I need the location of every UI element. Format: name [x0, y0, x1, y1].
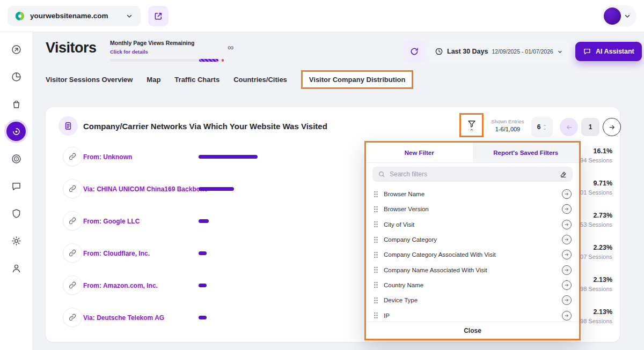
sidebar-item-competition[interactable]	[6, 149, 26, 168]
link-icon	[63, 308, 82, 327]
arrow-right-circle-icon[interactable]	[562, 220, 572, 229]
percent-value: 2.13%	[577, 276, 612, 284]
sidebar-item-ecommerce[interactable]	[6, 94, 26, 114]
filter-option-company-name-associated[interactable]: Company Name Associated With Visit	[366, 262, 579, 277]
filter-option-company-category[interactable]: Company Category	[366, 232, 579, 247]
arrow-right-circle-icon[interactable]	[562, 235, 572, 244]
date-preset-label: Last 30 Days	[447, 48, 488, 55]
app-window: yourwebsitename.com Visitors	[0, 0, 644, 350]
topbar: yourwebsitename.com	[0, 0, 644, 32]
arrow-right-circle-icon[interactable]	[562, 265, 572, 275]
date-range-picker[interactable]: Last 30 Days 12/09/2025 - 01/07/2026	[428, 41, 569, 62]
drag-handle-icon[interactable]	[374, 221, 378, 228]
arrow-right-circle-icon[interactable]	[562, 280, 572, 290]
sessions-value: 207 Sessions	[577, 254, 612, 260]
arrow-right-circle-icon[interactable]	[562, 250, 572, 259]
website-selector[interactable]: yourwebsitename.com	[8, 6, 141, 26]
quota-progress-fill	[199, 59, 218, 62]
filter-option-device-type[interactable]: Device Type	[366, 293, 579, 308]
row-stats: 2.73% 253 Sessions	[577, 212, 612, 228]
tab-saved-filters[interactable]: Report's Saved Filters	[473, 143, 580, 162]
sidebar-item-statistics[interactable]	[6, 67, 26, 86]
sessions-value: 198 Sessions	[577, 286, 612, 292]
refresh-button[interactable]	[404, 41, 425, 62]
arrow-right-circle-icon[interactable]	[562, 204, 572, 214]
link-icon	[63, 275, 82, 295]
arrow-right-circle-icon[interactable]	[562, 311, 572, 321]
tab-visitor-company-distribution[interactable]: Visitor Company Distribution	[301, 70, 414, 89]
sidebar-item-privacy[interactable]	[6, 204, 26, 223]
tab-new-filter[interactable]: New Filter	[366, 143, 473, 162]
network-label: Via: CHINA UNICOM China169 Backbone	[83, 185, 208, 193]
sidebar-item-communication[interactable]	[6, 176, 26, 196]
arrow-right-circle-icon[interactable]	[562, 189, 572, 199]
drag-handle-icon[interactable]	[374, 312, 378, 319]
infinity-symbol: ∞	[228, 43, 233, 53]
filter-option-country-name[interactable]: Country Name	[366, 278, 579, 293]
tab-countries-cities[interactable]: Countries/Cities	[233, 76, 287, 84]
clear-search-icon[interactable]	[559, 170, 567, 178]
sessions-bar	[199, 316, 207, 319]
sidebar-item-account[interactable]	[6, 258, 26, 278]
link-icon	[63, 211, 82, 230]
quota-details-link[interactable]: Click for details	[110, 49, 148, 55]
quota-label: Monthly Page Views Remaining	[110, 40, 224, 46]
sessions-value: 198 Sessions	[577, 318, 612, 324]
drag-handle-icon[interactable]	[374, 206, 378, 213]
percent-value: 9.71%	[577, 180, 612, 187]
drag-handle-icon[interactable]	[374, 251, 378, 258]
percent-value: 2.23%	[577, 244, 612, 251]
filter-option-label: Device Type	[384, 297, 557, 303]
person-icon	[11, 263, 22, 274]
filter-option-company-category-associated[interactable]: Company Category Associated With Visit	[366, 247, 579, 262]
network-label: From: Google LLC	[83, 218, 140, 225]
drag-handle-icon[interactable]	[374, 266, 378, 273]
filter-option-label: IP	[384, 312, 557, 319]
sessions-bar	[199, 251, 207, 255]
drag-handle-icon[interactable]	[374, 297, 378, 304]
clock-icon	[435, 47, 443, 56]
filter-button[interactable]	[467, 119, 477, 132]
link-icon	[63, 179, 82, 198]
sidebar-item-dashboard[interactable]	[6, 40, 26, 59]
filter-search-input[interactable]	[390, 170, 551, 178]
arrow-right-circle-icon[interactable]	[562, 295, 572, 305]
entries-per-page-selector[interactable]: 6	[531, 117, 553, 137]
report-tabs: Visitor Sessions Overview Map Traffic Ch…	[46, 70, 413, 88]
filter-option-label: Company Name Associated With Visit	[384, 267, 557, 273]
ai-assistant-button[interactable]: AI Assistant	[575, 42, 642, 61]
gear-icon	[11, 235, 22, 247]
drag-handle-icon[interactable]	[374, 281, 378, 288]
close-button[interactable]: Close	[366, 322, 579, 339]
chevron-down-icon	[126, 12, 133, 20]
current-page-indicator[interactable]: 1	[581, 118, 599, 136]
tab-map[interactable]: Map	[147, 76, 160, 84]
filter-option-ip[interactable]: IP	[366, 308, 579, 322]
ai-chat-icon	[583, 47, 591, 56]
drag-handle-icon[interactable]	[374, 236, 378, 243]
filter-option-browser-name[interactable]: Browser Name	[366, 187, 579, 202]
tab-visitor-sessions-overview[interactable]: Visitor Sessions Overview	[46, 76, 133, 84]
tab-traffic-charts[interactable]: Traffic Charts	[174, 76, 219, 84]
drag-handle-icon[interactable]	[374, 191, 378, 198]
account-menu[interactable]	[601, 5, 636, 27]
filter-option-browser-version[interactable]: Browser Version	[366, 202, 579, 217]
arrow-left-icon	[565, 123, 573, 131]
sessions-bar	[199, 155, 258, 159]
annotation-box-filter-panel: New Filter Report's Saved Filters B	[364, 141, 581, 340]
open-website-button[interactable]	[148, 6, 169, 26]
quota-limit-tick	[222, 59, 224, 62]
next-page-button[interactable]	[603, 118, 621, 136]
sidebar	[0, 32, 32, 350]
report-icon	[58, 116, 78, 136]
target-icon	[11, 153, 22, 165]
sidebar-item-visitors[interactable]	[6, 122, 26, 141]
filter-option-city-of-visit[interactable]: City of Visit	[366, 217, 579, 232]
filter-search-field[interactable]	[372, 167, 573, 182]
row-stats: 2.13% 198 Sessions	[577, 276, 612, 292]
row-stats: 2.13% 198 Sessions	[577, 308, 612, 324]
sidebar-item-settings[interactable]	[6, 231, 26, 250]
percent-value: 2.13%	[577, 308, 612, 316]
annotation-box-filter-button	[459, 113, 484, 137]
previous-page-button[interactable]	[560, 118, 578, 136]
